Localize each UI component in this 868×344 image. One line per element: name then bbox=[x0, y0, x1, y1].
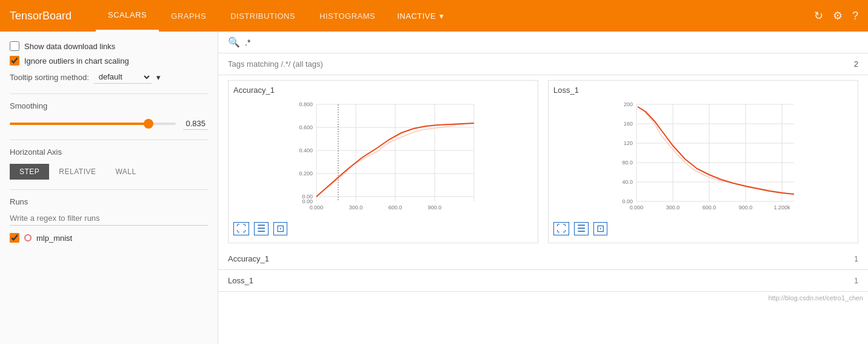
smoothing-value[interactable]: 0.835 bbox=[183, 118, 208, 130]
show-download-row: Show data download links bbox=[10, 41, 208, 51]
run-row-mlp-mnist: mlp_mnist bbox=[10, 233, 208, 243]
sidebar-options: Show data download links Ignore outliers… bbox=[10, 41, 208, 84]
loss-expand-icon[interactable]: ⛶ bbox=[553, 222, 569, 235]
svg-text:600.0: 600.0 bbox=[389, 204, 402, 211]
show-download-label: Show data download links bbox=[24, 42, 115, 51]
app-layout: Show data download links Ignore outliers… bbox=[0, 32, 868, 344]
search-input[interactable] bbox=[245, 38, 858, 47]
settings-icon[interactable]: ⚙ bbox=[833, 9, 843, 22]
tags-header: Tags matching /.*/ (all tags) 2 bbox=[218, 53, 868, 75]
tooltip-label: Tooltip sorting method: bbox=[10, 73, 89, 82]
nav-distributions[interactable]: DISTRIBUTIONS bbox=[218, 0, 307, 32]
svg-text:300.0: 300.0 bbox=[666, 204, 680, 211]
tooltip-select[interactable]: default ascending descending nearest bbox=[94, 70, 152, 84]
run-checkbox-mlp-mnist[interactable] bbox=[10, 233, 19, 243]
charts-row: Accuracy_1 bbox=[218, 75, 868, 248]
chevron-down-icon: ▾ bbox=[439, 12, 444, 21]
main-nav: SCALARS GRAPHS DISTRIBUTIONS HISTOGRAMS … bbox=[96, 0, 814, 32]
search-bar: 🔍 bbox=[218, 32, 868, 53]
svg-text:600.0: 600.0 bbox=[703, 204, 716, 211]
app-logo: TensorBoard bbox=[10, 10, 72, 22]
ignore-outliers-label: Ignore outliers in chart scaling bbox=[24, 56, 129, 66]
accuracy-chart-svg: 0.00 0.00 0.200 0.400 0.600 0.800 0.000 … bbox=[233, 98, 533, 220]
divider-2 bbox=[10, 140, 208, 140]
svg-text:0.000: 0.000 bbox=[630, 204, 644, 211]
nav-scalars[interactable]: SCALARS bbox=[96, 0, 159, 32]
svg-text:160: 160 bbox=[624, 121, 633, 127]
nav-histograms[interactable]: HISTOGRAMS bbox=[307, 0, 387, 32]
accuracy-chart-controls: ⛶ ☰ ⊡ bbox=[233, 220, 533, 238]
header: TensorBoard SCALARS GRAPHS DISTRIBUTIONS… bbox=[0, 0, 868, 32]
runs-filter-input[interactable] bbox=[10, 211, 208, 226]
loss-chart-controls: ⛶ ☰ ⊡ bbox=[553, 220, 853, 238]
ignore-outliers-row: Ignore outliers in chart scaling bbox=[10, 56, 208, 66]
sidebar: Show data download links Ignore outliers… bbox=[0, 32, 218, 344]
svg-text:0.000: 0.000 bbox=[310, 204, 324, 211]
axis-step-button[interactable]: STEP bbox=[10, 164, 49, 180]
tag-list-item-accuracy[interactable]: Accuracy_1 1 bbox=[218, 248, 868, 270]
smoothing-title: Smoothing bbox=[10, 101, 208, 110]
run-name-mlp-mnist: mlp_mnist bbox=[36, 234, 72, 243]
ignore-outliers-checkbox[interactable] bbox=[10, 56, 19, 66]
svg-text:900.0: 900.0 bbox=[428, 204, 442, 211]
svg-text:200: 200 bbox=[624, 101, 633, 107]
loss-chart-area: 0.00 40.0 80.0 120 160 200 0.000 300.0 6… bbox=[553, 98, 853, 220]
main-content: 🔍 Tags matching /.*/ (all tags) 2 Accura… bbox=[218, 32, 868, 344]
axis-buttons: STEP RELATIVE WALL bbox=[10, 164, 208, 180]
accuracy-chart-card: Accuracy_1 bbox=[228, 80, 538, 243]
tag-list-item-loss[interactable]: Loss_1 1 bbox=[218, 270, 868, 292]
run-dot-mlp-mnist bbox=[24, 234, 32, 241]
svg-text:0.200: 0.200 bbox=[299, 170, 313, 177]
tag-count-loss: 1 bbox=[854, 277, 858, 285]
svg-text:80.0: 80.0 bbox=[622, 160, 633, 166]
tag-count-accuracy: 1 bbox=[854, 255, 858, 263]
svg-text:900.0: 900.0 bbox=[739, 204, 753, 211]
svg-text:0.00: 0.00 bbox=[622, 198, 633, 204]
runs-title: Runs bbox=[10, 197, 208, 206]
smoothing-section: Smoothing 0.835 bbox=[10, 101, 208, 130]
tooltip-row: Tooltip sorting method: default ascendin… bbox=[10, 70, 208, 84]
svg-text:0.00: 0.00 bbox=[302, 194, 313, 200]
loss-chart-svg: 0.00 40.0 80.0 120 160 200 0.000 300.0 6… bbox=[553, 98, 853, 220]
tag-label-loss: Loss_1 bbox=[228, 276, 253, 285]
tag-label-accuracy: Accuracy_1 bbox=[228, 254, 269, 263]
svg-text:0.600: 0.600 bbox=[299, 124, 313, 130]
loss-chart-card: Loss_1 bbox=[548, 80, 858, 243]
axis-section: Horizontal Axis STEP RELATIVE WALL bbox=[10, 147, 208, 180]
accuracy-download-icon[interactable]: ⊡ bbox=[273, 222, 287, 235]
svg-text:300.0: 300.0 bbox=[349, 204, 363, 211]
tag-list: Accuracy_1 1 Loss_1 1 bbox=[218, 248, 868, 292]
divider-1 bbox=[10, 93, 208, 94]
accuracy-expand-icon[interactable]: ⛶ bbox=[233, 222, 249, 235]
show-download-checkbox[interactable] bbox=[10, 41, 19, 51]
accuracy-chart-title: Accuracy_1 bbox=[233, 86, 533, 95]
svg-text:0.400: 0.400 bbox=[299, 147, 313, 153]
loss-chart-title: Loss_1 bbox=[553, 86, 853, 95]
refresh-icon[interactable]: ↻ bbox=[814, 9, 823, 22]
nav-graphs[interactable]: GRAPHS bbox=[159, 0, 218, 32]
watermark: http://blog.csdn.net/cetro1_chen bbox=[218, 292, 868, 304]
help-icon[interactable]: ? bbox=[852, 10, 858, 22]
divider-3 bbox=[10, 189, 208, 190]
tags-label: Tags matching /.*/ (all tags) bbox=[228, 59, 323, 69]
svg-text:120: 120 bbox=[624, 140, 633, 146]
chevron-down-icon: ▾ bbox=[156, 73, 161, 82]
axis-relative-button[interactable]: RELATIVE bbox=[49, 164, 105, 180]
loss-data-icon[interactable]: ☰ bbox=[574, 222, 589, 235]
accuracy-data-icon[interactable]: ☰ bbox=[254, 222, 269, 235]
svg-text:40.0: 40.0 bbox=[622, 179, 633, 185]
smoothing-slider-fill bbox=[10, 123, 149, 125]
smoothing-slider-track[interactable] bbox=[10, 123, 176, 125]
svg-text:0.800: 0.800 bbox=[299, 101, 313, 107]
nav-inactive[interactable]: INACTIVE ▾ bbox=[387, 12, 453, 21]
tags-count: 2 bbox=[854, 59, 858, 69]
header-actions: ↻ ⚙ ? bbox=[814, 9, 858, 22]
smoothing-slider-thumb[interactable] bbox=[144, 119, 153, 129]
search-icon: 🔍 bbox=[228, 36, 240, 48]
smoothing-slider-row: 0.835 bbox=[10, 118, 208, 130]
axis-wall-button[interactable]: WALL bbox=[105, 164, 145, 180]
runs-section: Runs mlp_mnist bbox=[10, 197, 208, 243]
axis-title: Horizontal Axis bbox=[10, 147, 208, 157]
svg-text:1.200k: 1.200k bbox=[773, 204, 790, 211]
loss-download-icon[interactable]: ⊡ bbox=[593, 222, 607, 235]
